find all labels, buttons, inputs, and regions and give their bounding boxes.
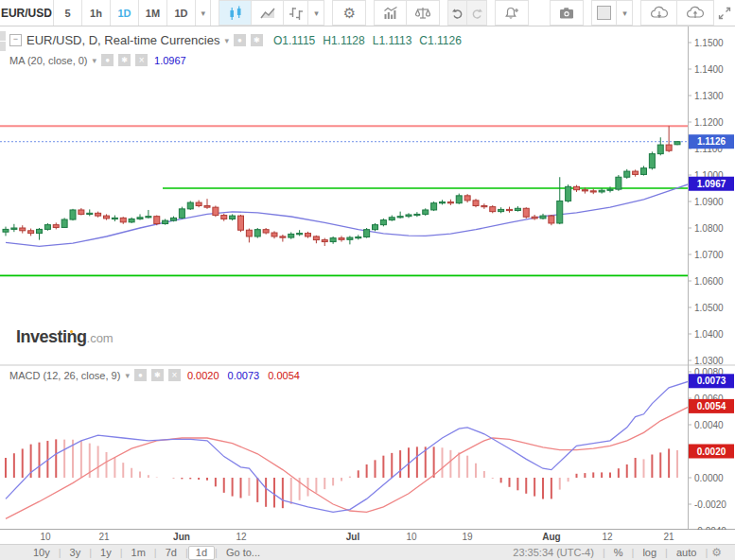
timeframe-dropdown[interactable]: ▾ — [196, 0, 212, 26]
cloud-upload-icon[interactable] — [677, 1, 713, 25]
candle — [196, 202, 201, 205]
axis-settings-gear-icon[interactable]: ⚙ — [708, 546, 726, 559]
background-style-dropdown[interactable]: ▾ — [617, 1, 632, 25]
line-chart-icon[interactable] — [252, 1, 284, 25]
auto-scale-button[interactable]: auto — [668, 547, 705, 558]
candle — [306, 234, 311, 236]
candle — [523, 208, 529, 217]
macd-line-badge: 0.0073 — [697, 376, 726, 386]
candle — [423, 210, 429, 214]
clock[interactable]: 23:35:34 (UTC-4) — [504, 547, 603, 558]
candle — [44, 225, 50, 230]
candle — [221, 216, 227, 219]
instrument-title: EUR/USD, D, Real-time Currencies — [26, 33, 219, 47]
fullscreen-icon[interactable] — [714, 0, 735, 26]
candlestick-chart-icon[interactable] — [219, 1, 252, 25]
range-button-10y[interactable]: 10y — [25, 547, 59, 558]
time-axis-label: 10 — [40, 532, 50, 542]
indicators-icon[interactable] — [375, 1, 407, 25]
candle — [616, 177, 621, 189]
ohlc-values: O1.1115 H1.1128 L1.1113 C1.1126 — [273, 34, 462, 47]
eye-icon[interactable]: ● — [234, 34, 246, 46]
timeframe-button-1D[interactable]: 1D — [167, 0, 196, 26]
candle — [11, 228, 17, 229]
macd-hist-value: 0.0020 — [187, 370, 219, 381]
macd-dropdown-icon[interactable]: ▾ — [125, 371, 130, 380]
screenshot-camera-icon[interactable] — [551, 1, 583, 25]
gear-icon[interactable]: ✱ — [251, 34, 263, 46]
settings-gear-icon[interactable]: ⚙ — [333, 1, 365, 25]
indicators-glyph — [382, 5, 399, 22]
redo-icon[interactable] — [467, 1, 486, 25]
candle — [641, 168, 647, 175]
compare-scales-icon[interactable] — [407, 1, 439, 25]
candle — [582, 190, 587, 191]
candle — [464, 196, 470, 201]
chart-area: 1.15001.14001.13001.12001.11001.10001.09… — [0, 26, 735, 530]
background-style-icon[interactable] — [592, 1, 617, 25]
price-axis-label: 1.1400 — [694, 64, 724, 75]
time-axis-label: 21 — [663, 532, 674, 542]
timeframe-button-1h[interactable]: 1h — [82, 0, 111, 26]
eye-icon[interactable]: ● — [101, 54, 114, 66]
macd-axis-label: -0.0020 — [694, 499, 726, 510]
price-axis-label: 1.0500 — [694, 303, 724, 313]
undo-glyph — [451, 7, 464, 20]
chart-type-dropdown[interactable]: ▾ — [308, 1, 324, 25]
candle — [599, 190, 604, 192]
time-axis[interactable]: 1021Jun12Jul1019Aug1221 — [0, 530, 735, 544]
price-axis-label: 1.1200 — [694, 117, 724, 128]
chart-canvas[interactable]: 1.15001.14001.13001.12001.11001.10001.09… — [0, 26, 735, 530]
candle — [447, 202, 453, 203]
chart-window: EUR/USD 51h1D1M1D ▾ — [0, 0, 735, 560]
symbol-button[interactable]: EUR/USD — [0, 0, 54, 26]
candle — [397, 217, 403, 218]
range-button-1y[interactable]: 1y — [92, 547, 120, 558]
candle — [481, 205, 487, 206]
candle — [624, 171, 630, 177]
timeframe-button-5[interactable]: 5 — [54, 0, 82, 26]
percent-scale-button[interactable]: % — [605, 547, 632, 558]
drawing-toolbar-collapsed[interactable] — [0, 30, 8, 55]
candle — [87, 213, 93, 214]
candle — [456, 196, 462, 203]
current-price-badge: 1.1126 — [697, 136, 726, 147]
add-alert-icon[interactable] — [496, 1, 528, 25]
candle — [230, 216, 236, 219]
gear-icon[interactable]: ✱ — [151, 369, 164, 381]
ma-dropdown-icon[interactable]: ▾ — [93, 56, 97, 65]
bottom-toolbar: 10y|3y|1y|1m|7d|1d|Go to... 23:35:34 (UT… — [0, 544, 735, 560]
collapse-legend-icon[interactable]: − — [9, 34, 22, 46]
time-axis-label: 21 — [98, 532, 109, 542]
candle — [490, 207, 496, 212]
candle — [154, 217, 160, 224]
ma-legend: MA (20, close, 0) ▾ ● ✱ × 1.0967 — [9, 54, 186, 66]
price-axis-label: 1.1500 — [694, 38, 724, 48]
price-axis-label: 1.0600 — [694, 276, 724, 287]
range-button-1d[interactable]: 1d — [188, 546, 215, 560]
eye-icon[interactable]: ● — [134, 369, 147, 381]
macd-legend: MACD (12, 26, close, 9) ▾ ● ✱ × 0.0020 0… — [9, 369, 300, 381]
candle — [204, 205, 210, 207]
gear-icon[interactable]: ✱ — [118, 54, 131, 66]
range-button-7d[interactable]: 7d — [157, 547, 185, 558]
candle — [179, 209, 184, 219]
range-button-3y[interactable]: 3y — [61, 547, 90, 558]
timeframe-button-1D[interactable]: 1D — [111, 0, 139, 26]
goto-button[interactable]: Go to... — [218, 547, 269, 558]
cloud-download-icon[interactable] — [641, 1, 677, 25]
brand-suffix: .com — [87, 331, 114, 345]
candle — [657, 145, 663, 154]
candlestick-glyph — [227, 5, 244, 22]
undo-icon[interactable] — [448, 1, 467, 25]
close-icon[interactable]: × — [168, 369, 181, 381]
log-scale-button[interactable]: log — [634, 547, 665, 558]
ohlc-chart-icon[interactable] — [284, 1, 308, 25]
close-icon[interactable]: × — [135, 54, 148, 66]
instrument-dropdown-icon[interactable]: ▾ — [224, 36, 229, 45]
timeframe-button-1M[interactable]: 1M — [139, 0, 167, 26]
macd-hist-badge: 0.0020 — [697, 446, 726, 457]
top-toolbar: EUR/USD 51h1D1M1D ▾ — [0, 0, 735, 26]
range-button-1m[interactable]: 1m — [123, 547, 154, 558]
candle — [28, 231, 34, 234]
